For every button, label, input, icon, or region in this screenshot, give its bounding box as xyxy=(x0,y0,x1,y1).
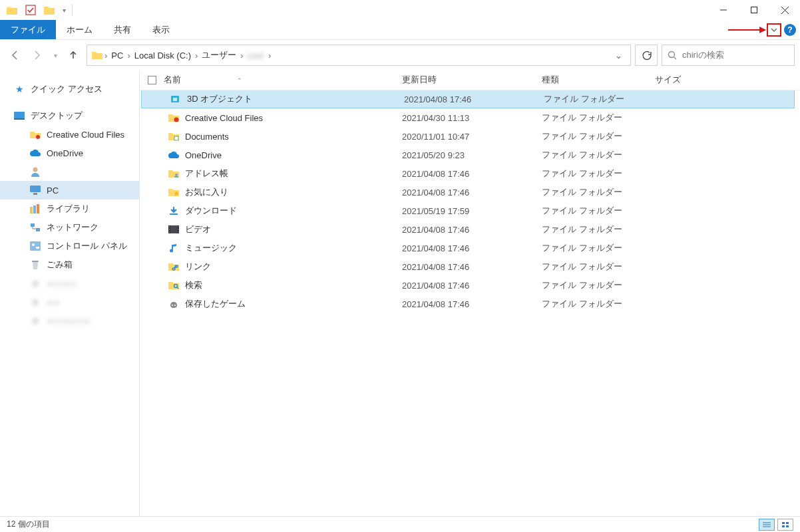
file-row[interactable]: 保存したゲーム2021/04/08 17:46ファイル フォルダー xyxy=(140,295,800,313)
nav-creative-cloud[interactable]: Creative Cloud Files xyxy=(0,125,139,144)
nav-network[interactable]: ネットワーク xyxy=(0,218,139,237)
address-dropdown[interactable]: ⌄ xyxy=(611,51,626,61)
nav-user[interactable] xyxy=(0,162,139,181)
fav-icon xyxy=(168,186,180,198)
file-date: 2021/04/08 17:46 xyxy=(402,225,542,235)
ribbon-tab-home[interactable]: ホーム xyxy=(56,20,103,39)
file-date: 2021/04/08 17:46 xyxy=(402,299,542,309)
maximize-button[interactable] xyxy=(739,0,769,20)
games-icon xyxy=(168,298,180,310)
status-bar: 12 個の項目 xyxy=(0,516,800,532)
file-name: OneDrive xyxy=(185,150,222,160)
file-type: ファイル フォルダー xyxy=(542,112,655,124)
file-row[interactable]: OneDrive2021/05/20 9:23ファイル フォルダー xyxy=(140,146,800,164)
svg-rect-12 xyxy=(33,193,37,195)
search-box[interactable]: chiriの検索 xyxy=(662,45,795,66)
file-name: ビデオ xyxy=(185,223,211,235)
qat-properties-icon[interactable] xyxy=(21,0,40,20)
breadcrumb-disk[interactable]: Local Disk (C:) xyxy=(132,51,194,61)
view-details-button[interactable] xyxy=(759,519,775,531)
search-icon xyxy=(168,279,180,291)
qat-new-folder-icon[interactable] xyxy=(40,0,59,20)
nav-recycle-bin[interactable]: ごみ箱 xyxy=(0,255,139,274)
file-date: 2021/04/30 11:13 xyxy=(402,113,542,123)
navigation-row: ▾ › PC› Local Disk (C:)› ユーザー› user› ⌄ c… xyxy=(0,40,800,70)
file-row[interactable]: ビデオ2021/04/08 17:46ファイル フォルダー xyxy=(140,220,800,239)
nav-quick-access[interactable]: ★ クイック アクセス xyxy=(0,80,139,98)
file-type: ファイル フォルダー xyxy=(542,205,655,217)
file-row[interactable]: ダウンロード2021/05/19 17:59ファイル フォルダー xyxy=(140,201,800,220)
svg-point-34 xyxy=(178,226,178,227)
svg-rect-0 xyxy=(26,5,35,15)
svg-point-33 xyxy=(169,231,170,232)
nav-hidden-1[interactable]: ■xxxxxxx xyxy=(0,274,139,293)
file-row[interactable]: 3D オブジェクト2021/04/08 17:46ファイル フォルダー xyxy=(141,90,795,108)
file-type: ファイル フォルダー xyxy=(542,261,655,273)
address-bar[interactable]: › PC› Local Disk (C:)› ユーザー› user› ⌄ xyxy=(87,45,631,66)
file-name: 3D オブジェクト xyxy=(187,93,252,105)
nav-onedrive[interactable]: OneDrive xyxy=(0,144,139,162)
recent-locations-button[interactable]: ▾ xyxy=(51,46,60,65)
nav-desktop[interactable]: デスクトップ xyxy=(0,106,139,125)
refresh-button[interactable] xyxy=(635,45,658,66)
svg-rect-47 xyxy=(782,522,785,524)
up-button[interactable] xyxy=(64,46,83,65)
breadcrumb-pc[interactable]: PC xyxy=(108,51,126,61)
file-type: ファイル フォルダー xyxy=(542,149,655,161)
file-date: 2021/04/08 17:46 xyxy=(402,169,542,179)
file-name: ミュージック xyxy=(185,242,237,254)
file-name: ダウンロード xyxy=(185,205,237,217)
docs-icon xyxy=(168,130,180,142)
file-row[interactable]: リンク2021/04/08 17:46ファイル フォルダー xyxy=(140,257,800,276)
file-type: ファイル フォルダー xyxy=(542,223,655,235)
svg-rect-26 xyxy=(174,176,178,178)
3d-icon xyxy=(170,93,182,105)
forward-button[interactable] xyxy=(28,46,47,65)
file-row[interactable]: Creative Cloud Files2021/04/30 11:13ファイル… xyxy=(140,108,800,127)
qat-customize-dropdown[interactable]: ▾ xyxy=(59,0,69,20)
svg-rect-13 xyxy=(30,207,33,213)
file-date: 2020/11/01 10:47 xyxy=(402,132,542,142)
sort-indicator-icon: ⌃ xyxy=(237,77,242,84)
minimize-button[interactable] xyxy=(708,0,739,20)
file-type: ファイル フォルダー xyxy=(542,168,655,180)
close-button[interactable] xyxy=(769,0,800,20)
nav-hidden-3[interactable]: ■xxxxxxxxxx xyxy=(0,311,139,330)
column-type[interactable]: 種類 xyxy=(542,74,655,86)
breadcrumb-current[interactable]: user xyxy=(245,51,267,61)
svg-rect-11 xyxy=(30,186,41,192)
file-row[interactable]: ミュージック2021/04/08 17:46ファイル フォルダー xyxy=(140,239,800,257)
file-list-pane: 名前 ⌃ 更新日時 種類 サイズ 3D オブジェクト2021/04/08 17:… xyxy=(140,70,800,516)
column-size[interactable]: サイズ xyxy=(655,74,735,86)
column-date[interactable]: 更新日時 xyxy=(402,74,542,86)
svg-point-9 xyxy=(36,135,40,139)
help-button[interactable]: ? xyxy=(784,24,796,36)
qat-folder-icon xyxy=(3,0,21,20)
view-large-icons-button[interactable] xyxy=(777,519,793,531)
ribbon: ファイル ホーム 共有 表示 ? xyxy=(0,20,800,40)
file-row[interactable]: Documents2020/11/01 10:47ファイル フォルダー xyxy=(140,127,800,146)
svg-point-19 xyxy=(32,243,35,246)
file-name: Documents xyxy=(185,132,229,142)
file-date: 2021/05/20 9:23 xyxy=(402,150,542,160)
file-row[interactable]: お気に入り2021/04/08 17:46ファイル フォルダー xyxy=(140,183,800,201)
file-type: ファイル フォルダー xyxy=(542,130,655,142)
column-name[interactable]: 名前 ⌃ xyxy=(164,74,402,86)
nav-pc[interactable]: PC xyxy=(0,181,139,200)
nav-hidden-2[interactable]: ■xxx xyxy=(0,293,139,311)
breadcrumb-users[interactable]: ユーザー xyxy=(199,49,239,61)
file-row[interactable]: 検索2021/04/08 17:46ファイル フォルダー xyxy=(140,276,800,295)
ribbon-tab-file[interactable]: ファイル xyxy=(0,20,56,39)
select-all-checkbox[interactable] xyxy=(140,76,164,84)
nav-control-panel[interactable]: コントロール パネル xyxy=(0,237,139,255)
ribbon-expand-button[interactable] xyxy=(767,23,781,37)
cloud-icon xyxy=(29,147,41,159)
nav-libraries[interactable]: ライブラリ xyxy=(0,200,139,218)
ribbon-tab-view[interactable]: 表示 xyxy=(142,20,180,39)
ribbon-tab-share[interactable]: 共有 xyxy=(103,20,142,39)
search-icon xyxy=(668,51,677,60)
back-button[interactable] xyxy=(5,46,24,65)
file-row[interactable]: アドレス帳2021/04/08 17:46ファイル フォルダー xyxy=(140,164,800,183)
music-icon xyxy=(168,242,180,254)
svg-point-36 xyxy=(178,231,178,232)
